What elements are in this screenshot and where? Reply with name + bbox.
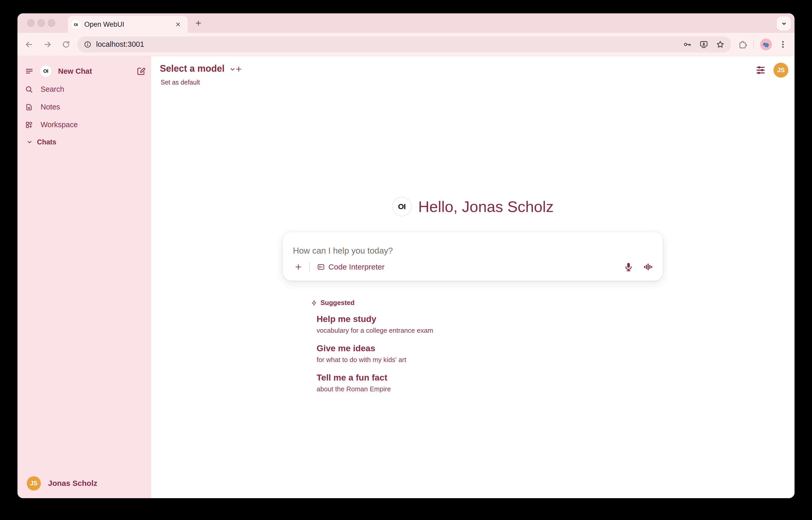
- browser-toolbar: localhost:3001: [18, 33, 794, 56]
- tab-title: Open WebUI: [84, 21, 174, 28]
- elephant-avatar-icon: [762, 40, 770, 49]
- app-logo: OI: [392, 197, 412, 216]
- url-bar[interactable]: localhost:3001: [77, 36, 731, 53]
- browser-profile-avatar[interactable]: [760, 38, 772, 50]
- user-name: Jonas Scholz: [48, 479, 97, 488]
- microphone-icon[interactable]: [623, 262, 634, 272]
- sidebar-item-label: Notes: [41, 103, 60, 111]
- attach-plus-icon[interactable]: [294, 263, 302, 271]
- suggestion-title: Help me study: [317, 313, 663, 324]
- greeting-row: OI Hello, Jonas Scholz: [283, 197, 663, 216]
- chats-section-toggle[interactable]: Chats: [18, 134, 151, 151]
- sidebar-item-workspace[interactable]: Workspace: [18, 116, 151, 134]
- chevron-down-icon: [780, 20, 788, 27]
- message-input[interactable]: [293, 241, 653, 260]
- sidebar-item-search[interactable]: Search: [18, 80, 151, 98]
- browser-menu-icon[interactable]: [779, 40, 787, 49]
- suggestion-subtitle: for what to do with my kids' art: [317, 356, 663, 364]
- zoom-window-button[interactable]: [48, 19, 55, 27]
- suggested-header: Suggested: [311, 299, 663, 307]
- terminal-icon: [317, 263, 325, 271]
- code-interpreter-toggle[interactable]: Code Interpreter: [317, 263, 385, 271]
- chevron-down-icon: [26, 139, 33, 146]
- extensions-puzzle-icon[interactable]: [738, 40, 747, 49]
- forward-button[interactable]: [43, 40, 52, 49]
- tab-search-button[interactable]: [777, 17, 791, 31]
- install-app-icon[interactable]: [700, 40, 708, 49]
- voice-mode-waveform-icon[interactable]: [643, 262, 652, 271]
- toolbar-divider: [753, 40, 754, 49]
- page-content: OI New Chat Search Notes: [18, 56, 794, 498]
- chat-controls-icon[interactable]: [756, 65, 766, 75]
- notes-document-icon: [25, 103, 33, 111]
- close-window-button[interactable]: [27, 19, 35, 27]
- sidebar-toggle-icon[interactable]: [25, 67, 33, 75]
- sidebar-item-notes[interactable]: Notes: [18, 98, 151, 116]
- sidebar-item-label: Search: [41, 85, 64, 94]
- sidebar-header: OI New Chat: [25, 62, 146, 80]
- passwords-key-icon[interactable]: [683, 40, 692, 49]
- model-selector-button[interactable]: Select a model: [160, 63, 236, 74]
- model-selector-label: Select a model: [160, 63, 225, 74]
- tab-close-icon[interactable]: [174, 21, 182, 28]
- main-header-right: JS: [756, 63, 788, 78]
- greeting-text: Hello, Jonas Scholz: [418, 198, 554, 215]
- new-chat-edit-icon[interactable]: [137, 67, 146, 76]
- url-text[interactable]: localhost:3001: [96, 40, 675, 49]
- sidebar: OI New Chat Search Notes: [18, 56, 151, 498]
- workspace-grid-icon: [25, 121, 33, 129]
- suggestion-subtitle: vocabulary for a college entrance exam: [317, 326, 663, 335]
- chats-section-label: Chats: [37, 138, 56, 146]
- hero-section: OI Hello, Jonas Scholz: [283, 197, 663, 401]
- add-model-button[interactable]: [235, 65, 242, 73]
- new-chat-label[interactable]: New Chat: [58, 67, 92, 76]
- window-controls: [27, 19, 55, 27]
- user-avatar: JS: [27, 476, 41, 490]
- reload-button[interactable]: [62, 40, 71, 49]
- suggested-list: Help me study vocabulary for a college e…: [311, 313, 663, 393]
- header-user-avatar[interactable]: JS: [774, 63, 788, 78]
- sidebar-item-label: Workspace: [41, 121, 78, 129]
- set-default-button[interactable]: Set as default: [161, 79, 200, 86]
- app-logo: OI: [40, 66, 51, 77]
- site-info-icon[interactable]: [84, 41, 91, 48]
- suggested-section: Suggested Help me study vocabulary for a…: [283, 299, 663, 401]
- back-button[interactable]: [25, 40, 33, 49]
- browser-window: OI Open WebUI localhost:3001: [18, 14, 794, 498]
- divider: [309, 262, 310, 272]
- suggestion-item[interactable]: Give me ideas for what to do with my kid…: [317, 343, 663, 364]
- input-actions-row: Code Interpreter: [293, 260, 653, 274]
- message-input-card: Code Interpreter: [283, 232, 663, 281]
- suggestion-item[interactable]: Tell me a fun fact about the Roman Empir…: [317, 372, 663, 393]
- lightning-bolt-icon: [311, 300, 317, 306]
- minimize-window-button[interactable]: [37, 19, 45, 27]
- suggestion-subtitle: about the Roman Empire: [317, 385, 663, 393]
- tab-favicon: OI: [72, 20, 80, 29]
- tab-strip: OI Open WebUI: [18, 14, 794, 33]
- main-area: Select a model Set as default JS OI Hell…: [151, 56, 794, 498]
- browser-tab[interactable]: OI Open WebUI: [68, 16, 188, 33]
- suggestion-title: Give me ideas: [317, 343, 663, 354]
- user-profile-button[interactable]: JS Jonas Scholz: [18, 475, 151, 498]
- suggestion-title: Tell me a fun fact: [317, 372, 663, 383]
- suggestion-item[interactable]: Help me study vocabulary for a college e…: [317, 313, 663, 335]
- bookmark-star-icon[interactable]: [716, 40, 725, 49]
- sidebar-spacer: [18, 151, 151, 475]
- new-tab-button[interactable]: [195, 20, 202, 27]
- search-icon: [25, 85, 33, 93]
- code-interpreter-label: Code Interpreter: [329, 263, 385, 271]
- suggested-label: Suggested: [320, 299, 355, 307]
